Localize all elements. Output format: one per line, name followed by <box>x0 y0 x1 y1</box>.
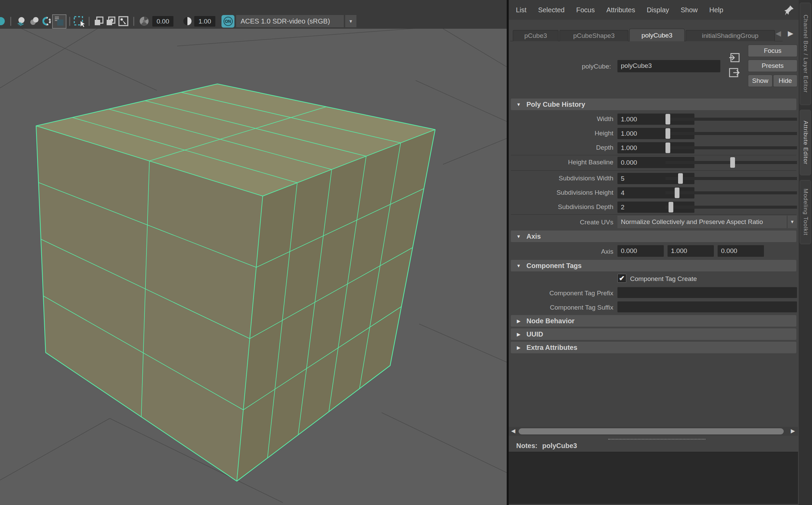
colorspace-dropdown-arrow[interactable] <box>345 15 356 27</box>
scroll-left-icon[interactable] <box>511 428 515 434</box>
arrow-out-of-box-icon[interactable] <box>729 67 740 78</box>
maya-window: 0.00 1.00 ON ACES 1.0 SDR-video (sRGB) L… <box>0 0 812 505</box>
menu-show[interactable]: Show <box>681 6 698 14</box>
menu-display[interactable]: Display <box>647 6 669 14</box>
side-tab-modeling-toolkit[interactable]: Modeling Toolkit <box>800 180 811 244</box>
toolbar-separator <box>69 17 70 26</box>
side-tab-channel-box[interactable]: Channel Box / Layer Editor <box>800 3 811 105</box>
create-uvs-label: Create UVs <box>509 219 613 226</box>
section-header-node-behavior[interactable]: Node Behavior <box>511 315 796 327</box>
attr-row-depth: Depth 1.000 <box>509 141 799 154</box>
depth-slider[interactable] <box>665 143 797 153</box>
row-separator <box>511 155 796 155</box>
menu-focus[interactable]: Focus <box>576 6 595 14</box>
tab-pcubeshape3[interactable]: pCubeShape3 <box>560 30 628 41</box>
menu-selected[interactable]: Selected <box>538 6 565 14</box>
camera-sphere-icon[interactable] <box>0 17 5 26</box>
notes-drag-handle[interactable] <box>608 439 705 440</box>
collapse-triangle-icon <box>511 263 526 268</box>
subdivisions-depth-label: Subdivisions Depth <box>509 203 613 211</box>
scrollbar-thumb[interactable] <box>519 428 784 434</box>
isolate-select-icon[interactable] <box>94 16 104 26</box>
subdivisions-width-slider[interactable] <box>665 173 797 184</box>
width-label: Width <box>509 115 613 123</box>
exposure-field[interactable]: 0.00 <box>152 16 173 27</box>
lit-sphere-icon[interactable] <box>16 16 27 26</box>
subdivisions-width-label: Subdivisions Width <box>509 175 613 182</box>
section-header-component-tags[interactable]: Component Tags <box>511 260 796 271</box>
notes-node-name: polyCube3 <box>542 442 577 450</box>
row-separator <box>511 214 796 215</box>
section-header-uuid[interactable]: UUID <box>511 328 796 340</box>
horizontal-scrollbar[interactable] <box>509 427 798 436</box>
section-header-poly-cube-history[interactable]: Poly Cube History <box>511 99 796 110</box>
collapse-triangle-icon <box>511 102 526 107</box>
axis-x-field[interactable]: 0.000 <box>617 245 664 257</box>
3d-viewport[interactable]: 0.00 1.00 ON ACES 1.0 SDR-video (sRGB) <box>0 0 507 505</box>
height-slider[interactable] <box>665 128 797 139</box>
gamma-field[interactable]: 1.00 <box>194 16 215 27</box>
create-uvs-value: Normalize Collectively and Preserve Aspe… <box>621 218 763 225</box>
component-tag-prefix-field[interactable] <box>617 287 797 298</box>
section-title: Component Tags <box>526 262 582 270</box>
subdivisions-height-slider[interactable] <box>665 188 797 198</box>
section-header-axis[interactable]: Axis <box>511 231 796 242</box>
viewport-toolbar: 0.00 1.00 ON ACES 1.0 SDR-video (sRGB) <box>0 0 507 29</box>
notes-header: Notes: polyCube3 <box>516 442 577 450</box>
presets-button[interactable]: Presets <box>748 60 797 72</box>
axis-y-field[interactable]: 1.000 <box>668 245 714 257</box>
section-header-extra-attributes[interactable]: Extra Attributes <box>511 342 796 353</box>
hide-button[interactable]: Hide <box>773 75 797 87</box>
tab-initialshadinggroup[interactable]: initialShadingGroup <box>686 30 775 41</box>
dashed-circle-icon[interactable] <box>42 16 52 26</box>
pin-icon[interactable] <box>784 4 795 16</box>
width-slider[interactable] <box>665 114 797 124</box>
component-tag-create-checkbox[interactable] <box>617 274 626 283</box>
depth-label: Depth <box>509 144 613 151</box>
height-baseline-slider[interactable] <box>665 157 797 168</box>
menu-list[interactable]: List <box>516 6 526 14</box>
attribute-editor-panel: List Selected Focus Attributes Display S… <box>509 0 799 505</box>
exposure-icon[interactable] <box>139 16 149 26</box>
contrast-icon[interactable] <box>183 16 192 26</box>
side-tab-attribute-editor[interactable]: Attribute Editor <box>800 110 811 175</box>
attribute-editor-menubar: List Selected Focus Attributes Display S… <box>509 0 799 20</box>
attr-row-width: Width 1.000 <box>509 113 799 126</box>
tab-scroll-left-icon[interactable] <box>776 29 781 38</box>
scroll-right-icon[interactable] <box>791 428 795 434</box>
node-name-field[interactable]: polyCube3 <box>617 60 720 72</box>
scene-canvas[interactable] <box>0 0 507 505</box>
menu-attributes[interactable]: Attributes <box>606 6 635 14</box>
arrow-into-box-icon[interactable] <box>729 52 740 63</box>
tab-pcube3[interactable]: pCube3 <box>513 30 558 41</box>
colorspace-on-button[interactable]: ON <box>221 15 234 28</box>
isolate-selected-icon[interactable] <box>106 16 116 26</box>
section-title: Axis <box>526 233 541 240</box>
show-button[interactable]: Show <box>748 75 772 87</box>
attr-row-subdivisions-width: Subdivisions Width 5 <box>509 172 799 185</box>
create-uvs-dropdown-arrow[interactable] <box>787 216 797 228</box>
marquee-select-icon[interactable] <box>74 16 86 28</box>
tab-scroll-right-icon[interactable] <box>788 29 793 38</box>
component-tag-suffix-field[interactable] <box>617 301 797 312</box>
create-uvs-dropdown[interactable]: Normalize Collectively and Preserve Aspe… <box>617 216 797 228</box>
tab-polycube3[interactable]: polyCube3 <box>629 29 685 41</box>
component-tag-create-label: Component Tag Create <box>630 275 697 283</box>
image-plane-icon[interactable] <box>118 16 128 26</box>
menu-help[interactable]: Help <box>709 6 723 14</box>
notes-textarea[interactable] <box>509 452 798 504</box>
axis-z-field[interactable]: 0.000 <box>718 245 764 257</box>
subdivisions-depth-slider[interactable] <box>665 202 797 212</box>
component-tag-suffix-label: Component Tag Suffix <box>509 304 613 311</box>
component-tag-prefix-label: Component Tag Prefix <box>509 289 613 297</box>
colorspace-dropdown[interactable]: ACES 1.0 SDR-video (sRGB) <box>236 15 344 27</box>
shaded-spheres-icon[interactable] <box>29 16 40 26</box>
toolbar-separator <box>133 17 134 26</box>
textured-box-icon[interactable] <box>52 14 66 29</box>
attr-row-subdivisions-height: Subdivisions Height 4 <box>509 186 799 199</box>
expand-triangle-icon <box>511 345 526 350</box>
attr-row-height-baseline: Height Baseline 0.000 <box>509 156 799 169</box>
attr-row-subdivisions-depth: Subdivisions Depth 2 <box>509 200 799 214</box>
focus-button[interactable]: Focus <box>748 45 797 57</box>
expand-triangle-icon <box>511 332 526 337</box>
